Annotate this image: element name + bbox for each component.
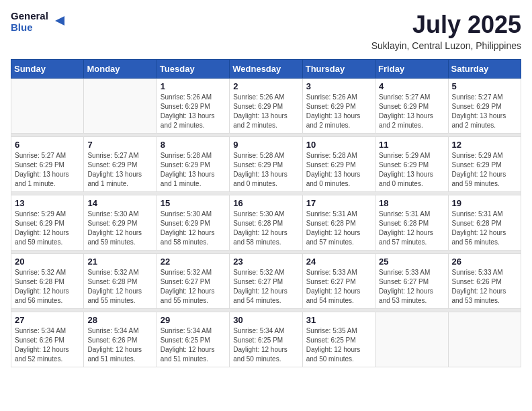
day-number: 1 — [161, 81, 226, 91]
day-info: Sunrise: 5:34 AM Sunset: 6:25 PM Dayligh… — [233, 326, 298, 364]
day-info: Sunrise: 5:30 AM Sunset: 6:29 PM Dayligh… — [161, 210, 226, 247]
weekday-header-thursday: Thursday — [302, 60, 375, 79]
day-number: 22 — [161, 257, 226, 267]
logo-blue: Blue — [11, 22, 48, 34]
calendar-cell: 16Sunrise: 5:30 AM Sunset: 6:28 PM Dayli… — [230, 195, 302, 250]
calendar-cell: 27Sunrise: 5:34 AM Sunset: 6:26 PM Dayli… — [11, 312, 84, 367]
day-info: Sunrise: 5:31 AM Sunset: 6:28 PM Dayligh… — [306, 210, 371, 247]
calendar-cell: 26Sunrise: 5:33 AM Sunset: 6:26 PM Dayli… — [448, 254, 521, 309]
day-number: 8 — [161, 140, 226, 150]
calendar-cell: 18Sunrise: 5:31 AM Sunset: 6:28 PM Dayli… — [375, 195, 448, 250]
day-info: Sunrise: 5:30 AM Sunset: 6:28 PM Dayligh… — [233, 210, 298, 247]
logo-arrow-icon — [52, 13, 67, 28]
day-number: 3 — [306, 81, 371, 91]
week-row-4: 20Sunrise: 5:32 AM Sunset: 6:28 PM Dayli… — [11, 254, 521, 309]
day-number: 5 — [452, 81, 517, 91]
page-header: General Blue July 2025 Suklayin, Central… — [11, 11, 521, 51]
day-number: 15 — [161, 198, 226, 208]
calendar-cell: 30Sunrise: 5:34 AM Sunset: 6:25 PM Dayli… — [230, 312, 302, 367]
day-number: 4 — [379, 81, 444, 91]
day-number: 11 — [379, 140, 444, 150]
day-number: 18 — [379, 198, 444, 208]
calendar-table: SundayMondayTuesdayWednesdayThursdayFrid… — [11, 59, 521, 367]
day-number: 16 — [233, 198, 298, 208]
calendar-cell: 31Sunrise: 5:35 AM Sunset: 6:25 PM Dayli… — [302, 312, 375, 367]
calendar-cell — [84, 79, 157, 134]
day-info: Sunrise: 5:34 AM Sunset: 6:26 PM Dayligh… — [15, 326, 80, 364]
day-number: 28 — [87, 315, 152, 325]
calendar-cell: 4Sunrise: 5:27 AM Sunset: 6:29 PM Daylig… — [375, 79, 448, 134]
calendar-cell: 2Sunrise: 5:26 AM Sunset: 6:29 PM Daylig… — [230, 79, 302, 134]
day-number: 29 — [161, 315, 226, 325]
week-row-1: 1Sunrise: 5:26 AM Sunset: 6:29 PM Daylig… — [11, 79, 521, 134]
svg-marker-0 — [55, 16, 64, 26]
calendar-cell: 11Sunrise: 5:29 AM Sunset: 6:29 PM Dayli… — [375, 137, 448, 192]
calendar-cell: 7Sunrise: 5:27 AM Sunset: 6:29 PM Daylig… — [84, 137, 157, 192]
day-number: 2 — [233, 81, 298, 91]
calendar-cell: 24Sunrise: 5:33 AM Sunset: 6:27 PM Dayli… — [302, 254, 375, 309]
day-number: 21 — [87, 257, 152, 267]
day-number: 25 — [379, 257, 444, 267]
day-info: Sunrise: 5:29 AM Sunset: 6:29 PM Dayligh… — [452, 151, 517, 189]
weekday-header-tuesday: Tuesday — [157, 60, 229, 79]
day-info: Sunrise: 5:29 AM Sunset: 6:29 PM Dayligh… — [379, 151, 444, 189]
calendar-cell — [11, 79, 84, 134]
weekday-header-row: SundayMondayTuesdayWednesdayThursdayFrid… — [11, 60, 521, 79]
day-info: Sunrise: 5:26 AM Sunset: 6:29 PM Dayligh… — [233, 93, 298, 130]
logo: General Blue — [11, 11, 67, 33]
day-info: Sunrise: 5:34 AM Sunset: 6:26 PM Dayligh… — [87, 326, 152, 364]
day-info: Sunrise: 5:32 AM Sunset: 6:27 PM Dayligh… — [233, 268, 298, 306]
day-info: Sunrise: 5:31 AM Sunset: 6:28 PM Dayligh… — [452, 210, 517, 247]
calendar-cell: 25Sunrise: 5:33 AM Sunset: 6:27 PM Dayli… — [375, 254, 448, 309]
calendar-cell: 21Sunrise: 5:32 AM Sunset: 6:28 PM Dayli… — [84, 254, 157, 309]
title-area: July 2025 Suklayin, Central Luzon, Phili… — [371, 11, 521, 51]
calendar-cell: 23Sunrise: 5:32 AM Sunset: 6:27 PM Dayli… — [230, 254, 302, 309]
logo-text-block: General Blue — [11, 11, 48, 33]
calendar-cell: 15Sunrise: 5:30 AM Sunset: 6:29 PM Dayli… — [157, 195, 229, 250]
day-info: Sunrise: 5:29 AM Sunset: 6:29 PM Dayligh… — [15, 210, 80, 247]
week-row-3: 13Sunrise: 5:29 AM Sunset: 6:29 PM Dayli… — [11, 195, 521, 250]
calendar-cell: 12Sunrise: 5:29 AM Sunset: 6:29 PM Dayli… — [448, 137, 521, 192]
calendar-cell: 6Sunrise: 5:27 AM Sunset: 6:29 PM Daylig… — [11, 137, 84, 192]
day-info: Sunrise: 5:28 AM Sunset: 6:29 PM Dayligh… — [233, 151, 298, 189]
calendar-cell: 9Sunrise: 5:28 AM Sunset: 6:29 PM Daylig… — [230, 137, 302, 192]
day-info: Sunrise: 5:28 AM Sunset: 6:29 PM Dayligh… — [161, 151, 226, 189]
day-info: Sunrise: 5:32 AM Sunset: 6:27 PM Dayligh… — [161, 268, 226, 306]
day-number: 9 — [233, 140, 298, 150]
calendar-cell: 14Sunrise: 5:30 AM Sunset: 6:29 PM Dayli… — [84, 195, 157, 250]
calendar-cell — [448, 312, 521, 367]
calendar-cell — [375, 312, 448, 367]
calendar-cell: 22Sunrise: 5:32 AM Sunset: 6:27 PM Dayli… — [157, 254, 229, 309]
day-number: 17 — [306, 198, 371, 208]
day-info: Sunrise: 5:33 AM Sunset: 6:26 PM Dayligh… — [452, 268, 517, 306]
weekday-header-wednesday: Wednesday — [230, 60, 302, 79]
day-number: 27 — [15, 315, 80, 325]
day-number: 10 — [306, 140, 371, 150]
day-info: Sunrise: 5:33 AM Sunset: 6:27 PM Dayligh… — [306, 268, 371, 306]
day-number: 6 — [15, 140, 80, 150]
day-info: Sunrise: 5:34 AM Sunset: 6:25 PM Dayligh… — [161, 326, 226, 364]
logo-general: General — [11, 11, 48, 22]
day-number: 14 — [87, 198, 152, 208]
day-number: 24 — [306, 257, 371, 267]
weekday-header-monday: Monday — [84, 60, 157, 79]
day-info: Sunrise: 5:28 AM Sunset: 6:29 PM Dayligh… — [306, 151, 371, 189]
calendar-cell: 1Sunrise: 5:26 AM Sunset: 6:29 PM Daylig… — [157, 79, 229, 134]
day-info: Sunrise: 5:32 AM Sunset: 6:28 PM Dayligh… — [15, 268, 80, 306]
day-number: 30 — [233, 315, 298, 325]
calendar-cell: 19Sunrise: 5:31 AM Sunset: 6:28 PM Dayli… — [448, 195, 521, 250]
weekday-header-sunday: Sunday — [11, 60, 84, 79]
calendar-cell: 10Sunrise: 5:28 AM Sunset: 6:29 PM Dayli… — [302, 137, 375, 192]
day-number: 7 — [87, 140, 152, 150]
day-number: 26 — [452, 257, 517, 267]
calendar-cell: 29Sunrise: 5:34 AM Sunset: 6:25 PM Dayli… — [157, 312, 229, 367]
day-info: Sunrise: 5:26 AM Sunset: 6:29 PM Dayligh… — [161, 93, 226, 130]
day-info: Sunrise: 5:30 AM Sunset: 6:29 PM Dayligh… — [87, 210, 152, 247]
weekday-header-friday: Friday — [375, 60, 448, 79]
day-number: 19 — [452, 198, 517, 208]
day-number: 23 — [233, 257, 298, 267]
day-info: Sunrise: 5:27 AM Sunset: 6:29 PM Dayligh… — [379, 93, 444, 130]
day-info: Sunrise: 5:27 AM Sunset: 6:29 PM Dayligh… — [15, 151, 80, 189]
day-info: Sunrise: 5:26 AM Sunset: 6:29 PM Dayligh… — [306, 93, 371, 130]
calendar-cell: 3Sunrise: 5:26 AM Sunset: 6:29 PM Daylig… — [302, 79, 375, 134]
